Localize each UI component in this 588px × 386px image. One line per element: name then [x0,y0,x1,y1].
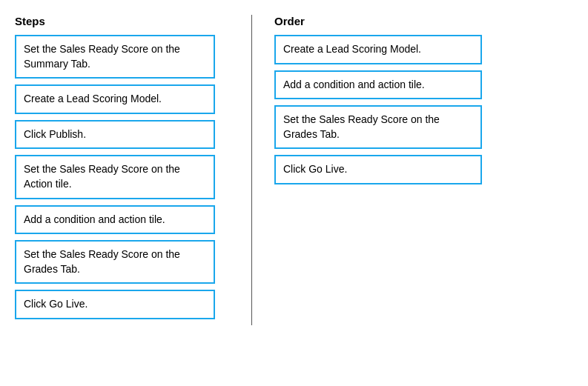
order-header: Order [274,15,504,27]
step-card-6[interactable]: Click Go Live. [15,290,215,319]
order-card-1[interactable]: Add a condition and action tile. [274,70,482,100]
order-column: Order Create a Lead Scoring Model.Add a … [252,15,504,325]
steps-header: Steps [15,15,237,27]
main-container: Steps Set the Sales Ready Score on the S… [15,15,573,325]
order-card-3[interactable]: Click Go Live. [274,155,482,184]
step-card-0[interactable]: Set the Sales Ready Score on the Summary… [15,35,215,79]
order-list: Create a Lead Scoring Model.Add a condit… [274,35,504,190]
steps-list: Set the Sales Ready Score on the Summary… [15,35,237,325]
order-card-2[interactable]: Set the Sales Ready Score on the Grades … [274,105,482,149]
step-card-4[interactable]: Add a condition and action tile. [15,205,215,235]
step-card-2[interactable]: Click Publish. [15,120,215,150]
step-card-3[interactable]: Set the Sales Ready Score on the Action … [15,155,215,199]
steps-column: Steps Set the Sales Ready Score on the S… [15,15,252,325]
step-card-1[interactable]: Create a Lead Scoring Model. [15,84,215,114]
step-card-5[interactable]: Set the Sales Ready Score on the Grades … [15,240,215,284]
order-card-0[interactable]: Create a Lead Scoring Model. [274,35,482,64]
